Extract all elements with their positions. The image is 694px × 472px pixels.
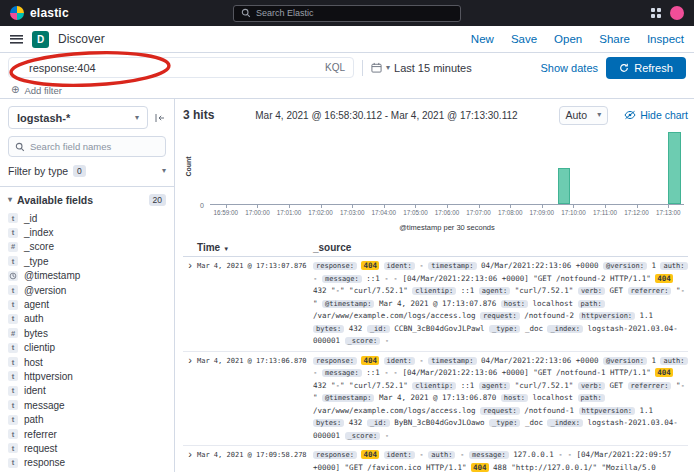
- source-field-badge: auth:: [660, 357, 687, 365]
- calendar-icon: [371, 62, 382, 73]
- x-tick-label: 17:08:00: [498, 209, 523, 216]
- field-item-bytes[interactable]: #bytes: [8, 326, 166, 340]
- y-axis-tick: 0: [200, 202, 204, 209]
- expand-row-icon[interactable]: ›: [183, 355, 197, 366]
- field-item-host[interactable]: thost: [8, 355, 166, 369]
- highlight-mark: 404: [655, 368, 673, 377]
- source-field-badge: clientip:: [412, 382, 456, 390]
- nav-actions: NewSaveOpenShareInspect: [471, 33, 684, 45]
- tick-mark: [573, 204, 574, 208]
- field-item-agent[interactable]: tagent: [8, 297, 166, 311]
- field-item-@timestamp[interactable]: @timestamp: [8, 269, 166, 283]
- field-name: _index: [24, 227, 53, 238]
- filter-by-type-button[interactable]: Filter by type 0 ▾: [8, 165, 166, 177]
- source-field-badge: agent:: [479, 382, 510, 390]
- field-item-auth[interactable]: tauth: [8, 312, 166, 326]
- field-name: path: [24, 414, 43, 425]
- query-language-button[interactable]: KQL: [325, 62, 345, 73]
- field-item-httpversion[interactable]: thttpversion: [8, 369, 166, 383]
- x-tick-label: 17:04:00: [372, 209, 397, 216]
- collapse-sidebar-icon[interactable]: [154, 112, 166, 124]
- refresh-button[interactable]: Refresh: [606, 57, 686, 79]
- query-input[interactable]: response:404 KQL: [8, 57, 354, 78]
- time-header-label: Time: [197, 242, 220, 253]
- filter-by-type-label: Filter by type: [8, 165, 68, 177]
- field-item-path[interactable]: tpath: [8, 412, 166, 426]
- search-icon: [241, 8, 251, 18]
- date-field-icon: [8, 271, 18, 281]
- nav-action-new[interactable]: New: [471, 33, 494, 45]
- elastic-logo-icon[interactable]: [10, 6, 24, 20]
- field-item-response[interactable]: tresponse: [8, 456, 166, 470]
- string-field-icon: t: [8, 228, 18, 238]
- source-field-badge: verb:: [578, 382, 605, 390]
- menu-icon[interactable]: [10, 35, 23, 44]
- field-item-referrer[interactable]: treferrer: [8, 427, 166, 441]
- nav-action-share[interactable]: Share: [599, 33, 630, 45]
- field-search-placeholder: Search field names: [30, 141, 111, 152]
- available-fields-count-badge: 20: [149, 194, 166, 206]
- fields-sidebar: logstash-* ▾ Search field names Filter b…: [0, 99, 175, 472]
- source-field-badge: agent:: [479, 287, 510, 295]
- string-field-icon: t: [8, 213, 18, 223]
- content-area: logstash-* ▾ Search field names Filter b…: [0, 99, 694, 472]
- source-field-badge: _score:: [345, 432, 381, 440]
- string-field-icon: t: [8, 443, 18, 453]
- tick-mark: [226, 204, 227, 208]
- apps-icon[interactable]: [651, 8, 661, 18]
- index-pattern-select[interactable]: logstash-* ▾: [8, 106, 148, 129]
- date-picker-button[interactable]: ▾ Last 15 minutes: [371, 62, 472, 74]
- available-fields-header[interactable]: ▾ Available fields 20: [8, 194, 166, 206]
- global-search-input[interactable]: Search Elastic: [233, 5, 461, 22]
- results-header: 3 hits Mar 4, 2021 @ 16:58:30.112 - Mar …: [183, 104, 688, 126]
- chart-plot-area[interactable]: [210, 132, 684, 205]
- expand-row-icon[interactable]: ›: [183, 260, 197, 271]
- divider: [362, 60, 363, 76]
- interval-select[interactable]: Auto ▾: [559, 106, 609, 125]
- chevron-down-icon: ▾: [386, 64, 390, 72]
- field-item-_type[interactable]: t_type: [8, 254, 166, 268]
- chevron-down-icon: ▾: [135, 114, 139, 122]
- hide-chart-button[interactable]: Hide chart: [624, 109, 688, 121]
- field-item-ident[interactable]: tident: [8, 384, 166, 398]
- string-field-icon: t: [8, 371, 18, 381]
- string-field-icon: t: [8, 285, 18, 295]
- kibana-discover-app: elastic Search Elastic D Discover NewSav…: [0, 0, 694, 472]
- field-item-_id[interactable]: t_id: [8, 211, 166, 225]
- nav-action-inspect[interactable]: Inspect: [647, 33, 684, 45]
- query-text: response:404: [29, 62, 96, 74]
- tick-mark: [637, 204, 638, 208]
- field-item-clientip[interactable]: tclientip: [8, 341, 166, 355]
- field-item-request[interactable]: trequest: [8, 441, 166, 455]
- y-axis-label: Count: [185, 156, 192, 176]
- histogram-bar[interactable]: [558, 168, 570, 204]
- global-search-placeholder: Search Elastic: [256, 8, 314, 18]
- tick-mark: [289, 204, 290, 208]
- hits-count: 3 hits: [183, 108, 214, 122]
- table-row: ›Mar 4, 2021 @ 17:09:58.278response: 404…: [183, 446, 688, 472]
- sort-descending-icon: ▼: [223, 246, 229, 252]
- add-filter-button[interactable]: Add filter: [24, 85, 62, 96]
- time-column-header[interactable]: Time▼: [197, 242, 313, 253]
- field-item-_index[interactable]: t_index: [8, 225, 166, 239]
- user-avatar[interactable]: [670, 6, 684, 20]
- x-tick-label: 17:12:00: [624, 209, 649, 216]
- show-dates-button[interactable]: Show dates: [541, 62, 598, 74]
- nav-action-open[interactable]: Open: [554, 33, 582, 45]
- source-field-badge: _id:: [367, 419, 390, 427]
- field-search-input[interactable]: Search field names: [8, 136, 166, 157]
- x-tick-label: 17:01:00: [277, 209, 302, 216]
- nav-action-save[interactable]: Save: [511, 33, 537, 45]
- field-item-@version[interactable]: t@version: [8, 283, 166, 297]
- field-name: auth: [24, 313, 43, 324]
- field-item-_score[interactable]: #_score: [8, 240, 166, 254]
- header-actions: [651, 6, 684, 20]
- string-field-icon: t: [8, 400, 18, 410]
- search-icon: [15, 142, 25, 152]
- expand-row-icon[interactable]: ›: [183, 449, 197, 460]
- source-field-badge: @version:: [603, 357, 647, 365]
- x-tick-label: 17:03:00: [340, 209, 365, 216]
- field-item-message[interactable]: tmessage: [8, 398, 166, 412]
- source-field-badge: _type:: [489, 325, 520, 333]
- histogram-bar[interactable]: [668, 132, 680, 204]
